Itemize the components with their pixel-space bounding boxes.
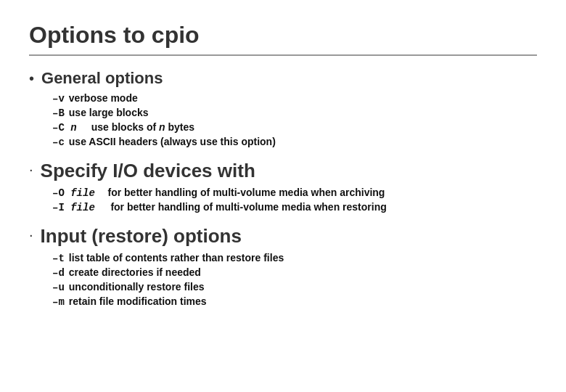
option-desc-t: list table of contents rather than resto…	[69, 252, 284, 264]
option-B: –Buse large blocks	[52, 107, 537, 119]
option-key-t: –t	[52, 253, 65, 264]
option-key-O: –O	[52, 187, 70, 199]
option-key-I: –I	[52, 202, 70, 213]
option-desc-d: create directories if needed	[69, 266, 201, 278]
option-t: –tlist table of contents rather than res…	[52, 252, 537, 264]
option-n-italic: n	[159, 121, 165, 133]
section-heading-general: General options	[41, 69, 163, 88]
section-specify: · Specify I/O devices with –O file for b…	[29, 160, 537, 213]
option-desc-v: verbose mode	[69, 92, 138, 104]
option-key-u: –u	[52, 282, 65, 293]
option-key-C-n: n	[70, 122, 76, 134]
bullet-item-general: • General options	[29, 69, 537, 88]
option-v: –vverbose mode	[52, 92, 537, 105]
option-key-C: –C	[52, 122, 70, 134]
section-input: · Input (restore) options –tlist table o…	[29, 225, 537, 308]
bullet-item-input: · Input (restore) options	[29, 225, 537, 248]
option-c: –cuse ASCII headers (always use this opt…	[52, 136, 537, 148]
option-m: –mretain file modification times	[52, 295, 537, 308]
bullet-icon-3: ·	[29, 226, 33, 243]
option-desc-m: retain file modification times	[69, 295, 207, 307]
option-desc-C: use blocks of n bytes	[91, 121, 194, 133]
option-key-O-file: file	[70, 187, 95, 199]
option-desc-c: use ASCII headers (always use this optio…	[69, 136, 276, 147]
option-key-I-file: file	[70, 202, 95, 213]
option-u: –uunconditionally restore files	[52, 281, 537, 293]
option-desc-B: use large blocks	[69, 107, 149, 118]
option-O: –O file for better handling of multi-vol…	[52, 187, 537, 199]
option-key-m: –m	[52, 296, 65, 308]
section-general: • General options –vverbose mode –Buse l…	[29, 69, 537, 148]
bullet-icon-2: ·	[29, 161, 33, 178]
section-heading-input: Input (restore) options	[41, 225, 242, 248]
option-key-B: –B	[52, 107, 65, 119]
option-desc-O: for better handling of multi-volume medi…	[99, 187, 385, 198]
option-key-c: –c	[52, 136, 65, 148]
specify-options-list: –O file for better handling of multi-vol…	[52, 187, 537, 213]
page-title: Options to cpio	[29, 22, 537, 49]
input-options-list: –tlist table of contents rather than res…	[52, 252, 537, 308]
option-desc-u: unconditionally restore files	[69, 281, 205, 293]
bullet-item-specify: · Specify I/O devices with	[29, 160, 537, 182]
option-key-v: –v	[52, 93, 65, 105]
option-C: –C nuse blocks of n bytes	[52, 121, 537, 134]
section-heading-specify: Specify I/O devices with	[41, 160, 255, 182]
option-desc-I: for better handling of multi-volume medi…	[99, 201, 387, 213]
option-I: –I file for better handling of multi-vol…	[52, 201, 537, 213]
option-d: –dcreate directories if needed	[52, 266, 537, 279]
divider	[29, 54, 537, 56]
bullet-icon: •	[29, 70, 34, 87]
general-options-list: –vverbose mode –Buse large blocks –C nus…	[52, 92, 537, 148]
option-key-d: –d	[52, 267, 65, 279]
